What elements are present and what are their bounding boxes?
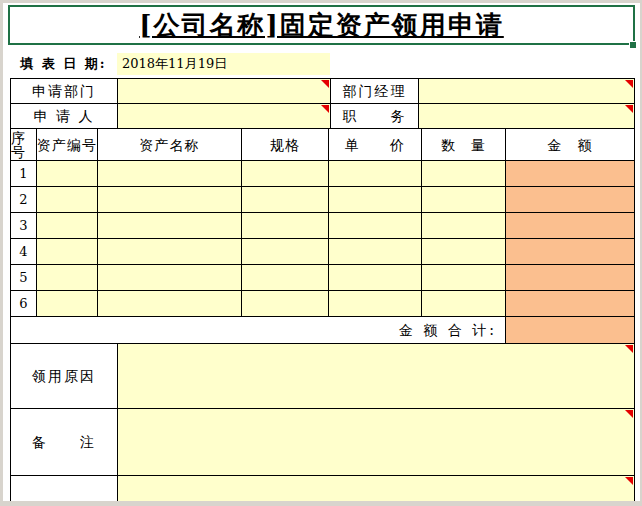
- asset-name-cell[interactable]: [97, 186, 242, 213]
- comment-indicator-icon: [625, 477, 633, 485]
- position-input[interactable]: [418, 103, 635, 129]
- amount-cell[interactable]: [505, 160, 635, 187]
- apply-dept-label: 申请部门: [10, 78, 118, 104]
- row-number: 4: [10, 238, 37, 265]
- unit-price-cell[interactable]: [328, 290, 422, 317]
- comment-indicator-icon: [625, 410, 633, 418]
- asset-name-cell[interactable]: [97, 160, 242, 187]
- total-amount-cell[interactable]: [505, 316, 635, 344]
- date-label: 填 表 日 期:: [10, 53, 117, 75]
- asset-no-cell[interactable]: [36, 186, 98, 213]
- header-amount: 金 额: [505, 128, 635, 161]
- position-label: 职 务: [330, 103, 419, 129]
- dept-manager-label: 部门经理: [330, 78, 419, 104]
- unit-price-cell[interactable]: [328, 186, 422, 213]
- row-number: 6: [10, 290, 37, 317]
- spec-cell[interactable]: [241, 238, 329, 265]
- applicant-label: 申 请 人: [10, 103, 118, 129]
- asset-no-cell[interactable]: [36, 160, 98, 187]
- row-number: 1: [10, 160, 37, 187]
- spec-cell[interactable]: [241, 264, 329, 291]
- window-edge-left: [0, 0, 3, 506]
- spreadsheet-form: [公司名称]固定资产领用申请 填 表 日 期: 2018年11月19日 申请部门…: [0, 0, 642, 506]
- title-cell[interactable]: [公司名称]固定资产领用申请: [8, 5, 635, 45]
- header-unit-price: 单 价: [328, 128, 422, 161]
- row-number: 2: [10, 186, 37, 213]
- apply-dept-input[interactable]: [117, 78, 331, 104]
- asset-name-cell[interactable]: [97, 212, 242, 239]
- reason-label: 领用原因: [10, 343, 118, 409]
- comment-indicator-icon: [321, 105, 329, 113]
- asset-no-cell[interactable]: [36, 238, 98, 265]
- dept-manager-input[interactable]: [418, 78, 635, 104]
- qty-cell[interactable]: [421, 212, 506, 239]
- header-qty: 数 量: [421, 128, 506, 161]
- bottom-row-label-cell: [10, 475, 118, 503]
- header-asset-no: 资产编号: [36, 128, 98, 161]
- window-edge-top: [0, 0, 642, 3]
- amount-cell[interactable]: [505, 212, 635, 239]
- horizontal-scrollbar[interactable]: [0, 501, 642, 506]
- unit-price-cell[interactable]: [328, 212, 422, 239]
- comment-indicator-icon: [625, 80, 633, 88]
- qty-cell[interactable]: [421, 238, 506, 265]
- qty-cell[interactable]: [421, 186, 506, 213]
- amount-cell[interactable]: [505, 186, 635, 213]
- amount-cell[interactable]: [505, 238, 635, 265]
- date-input-cell[interactable]: 2018年11月19日: [117, 53, 330, 75]
- spec-cell[interactable]: [241, 212, 329, 239]
- header-asset-name: 资产名称: [97, 128, 242, 161]
- applicant-input[interactable]: [117, 103, 331, 129]
- unit-price-cell[interactable]: [328, 160, 422, 187]
- header-spec: 规格: [241, 128, 329, 161]
- fill-handle[interactable]: [629, 41, 637, 49]
- page-title: [公司名称]固定资产领用申请: [139, 8, 504, 43]
- asset-name-cell[interactable]: [97, 238, 242, 265]
- unit-price-cell[interactable]: [328, 264, 422, 291]
- row-number: 3: [10, 212, 37, 239]
- spec-cell[interactable]: [241, 186, 329, 213]
- row-number: 5: [10, 264, 37, 291]
- spec-cell[interactable]: [241, 160, 329, 187]
- asset-name-cell[interactable]: [97, 264, 242, 291]
- header-seq: 序号: [10, 128, 37, 161]
- asset-name-cell[interactable]: [97, 290, 242, 317]
- comment-indicator-icon: [625, 105, 633, 113]
- comment-indicator-icon: [321, 80, 329, 88]
- spec-cell[interactable]: [241, 290, 329, 317]
- total-label-cell: 金 额 合 计:: [10, 316, 506, 344]
- date-value: 2018年11月19日: [122, 55, 227, 73]
- comment-indicator-icon: [625, 345, 633, 353]
- amount-cell[interactable]: [505, 290, 635, 317]
- remarks-input[interactable]: [117, 408, 635, 476]
- bottom-row-input[interactable]: [117, 475, 635, 503]
- qty-cell[interactable]: [421, 160, 506, 187]
- qty-cell[interactable]: [421, 290, 506, 317]
- qty-cell[interactable]: [421, 264, 506, 291]
- asset-no-cell[interactable]: [36, 290, 98, 317]
- asset-no-cell[interactable]: [36, 212, 98, 239]
- reason-input[interactable]: [117, 343, 635, 409]
- remarks-label: 备 注: [10, 408, 118, 476]
- asset-no-cell[interactable]: [36, 264, 98, 291]
- unit-price-cell[interactable]: [328, 238, 422, 265]
- amount-cell[interactable]: [505, 264, 635, 291]
